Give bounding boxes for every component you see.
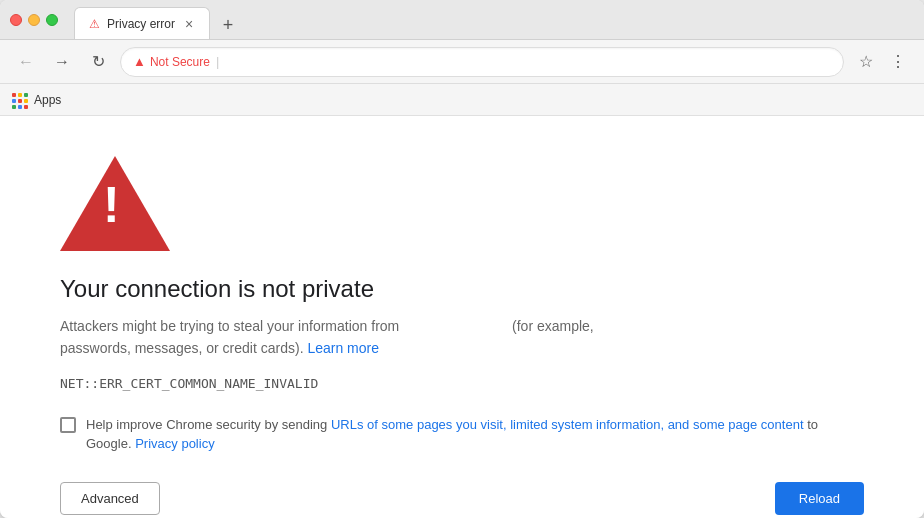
error-icon-wrapper bbox=[60, 156, 864, 255]
apps-grid-icon bbox=[12, 93, 26, 107]
menu-icon[interactable]: ⋮ bbox=[884, 48, 912, 76]
address-separator: | bbox=[216, 54, 219, 69]
privacy-policy-link[interactable]: Privacy policy bbox=[135, 436, 214, 451]
traffic-lights bbox=[10, 14, 58, 26]
error-triangle-icon bbox=[60, 156, 170, 251]
page-content: Your connection is not private Attackers… bbox=[0, 116, 924, 518]
bookmarks-bar: Apps bbox=[0, 84, 924, 116]
not-secure-indicator: ▲ Not Secure bbox=[133, 54, 210, 69]
advanced-button[interactable]: Advanced bbox=[60, 482, 160, 515]
error-heading: Your connection is not private bbox=[60, 275, 864, 303]
buttons-row: Advanced Reload bbox=[60, 482, 864, 515]
back-button[interactable]: ← bbox=[12, 48, 40, 76]
checkbox-label: Help improve Chrome security by sending … bbox=[86, 415, 864, 454]
tab-title: Privacy error bbox=[107, 17, 175, 31]
apps-label: Apps bbox=[34, 93, 61, 107]
title-bar: ⚠ Privacy error × + bbox=[0, 0, 924, 40]
checkbox-row: Help improve Chrome security by sending … bbox=[60, 415, 864, 454]
reload-button[interactable]: ↻ bbox=[84, 48, 112, 76]
error-description: Attackers might be trying to steal your … bbox=[60, 315, 864, 360]
checkbox-text-part1: Help improve Chrome security by sending bbox=[86, 417, 327, 432]
urls-link[interactable]: URLs of some pages you visit, limited sy… bbox=[331, 417, 804, 432]
tab-favicon-icon: ⚠ bbox=[87, 17, 101, 31]
tab-bar: ⚠ Privacy error × + bbox=[74, 0, 914, 39]
toolbar-icons: ☆ ⋮ bbox=[852, 48, 912, 76]
minimize-button[interactable] bbox=[28, 14, 40, 26]
active-tab[interactable]: ⚠ Privacy error × bbox=[74, 7, 210, 39]
error-desc-part3: passwords, messages, or credit cards). bbox=[60, 340, 304, 356]
maximize-button[interactable] bbox=[46, 14, 58, 26]
new-tab-button[interactable]: + bbox=[214, 11, 242, 39]
error-code: NET::ERR_CERT_COMMON_NAME_INVALID bbox=[60, 376, 864, 391]
error-desc-part2: (for example, bbox=[512, 318, 594, 334]
forward-button[interactable]: → bbox=[48, 48, 76, 76]
bookmark-icon[interactable]: ☆ bbox=[852, 48, 880, 76]
reload-page-button[interactable]: Reload bbox=[775, 482, 864, 515]
learn-more-link[interactable]: Learn more bbox=[307, 340, 379, 356]
chrome-security-checkbox[interactable] bbox=[60, 417, 76, 433]
address-bar[interactable]: ▲ Not Secure | bbox=[120, 47, 844, 77]
toolbar: ← → ↻ ▲ Not Secure | ☆ ⋮ bbox=[0, 40, 924, 84]
apps-bookmark[interactable]: Apps bbox=[12, 93, 61, 107]
browser-window: ⚠ Privacy error × + ← → ↻ ▲ Not Secure |… bbox=[0, 0, 924, 518]
tab-close-icon[interactable]: × bbox=[181, 16, 197, 32]
warning-icon: ▲ bbox=[133, 54, 146, 69]
not-secure-label: Not Secure bbox=[150, 55, 210, 69]
close-button[interactable] bbox=[10, 14, 22, 26]
error-desc-part1: Attackers might be trying to steal your … bbox=[60, 318, 399, 334]
